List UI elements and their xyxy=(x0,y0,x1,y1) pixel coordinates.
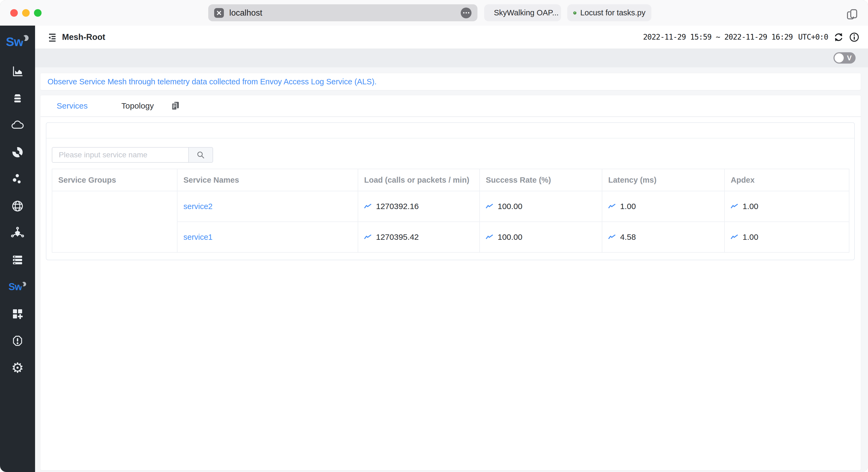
tab-overview-button[interactable] xyxy=(845,7,859,22)
sidebar-item-general-service[interactable] xyxy=(0,85,35,112)
sidebar-item-aws[interactable] xyxy=(0,166,35,193)
trend-icon xyxy=(486,234,493,240)
copy-tab-button[interactable] xyxy=(169,100,181,111)
latency-value: 1.00 xyxy=(620,202,636,211)
bookmark-label: Locust for tasks.py xyxy=(580,8,646,17)
sidebar-item-browser[interactable] xyxy=(0,193,35,220)
tab-bar: Services Topology xyxy=(40,95,861,117)
skywalking-logo[interactable]: Sw xyxy=(6,26,29,58)
success-rate-value: 100.00 xyxy=(498,233,523,242)
col-apdex: Apdex xyxy=(724,169,849,191)
services-panel-header xyxy=(46,123,854,138)
cloud-icon xyxy=(11,119,24,132)
database-layers-icon xyxy=(11,92,24,104)
load-value: 1270392.16 xyxy=(376,202,419,211)
server-list-icon xyxy=(11,254,24,266)
table-row: service2 1270392.16 100.00 1.00 1.00 xyxy=(52,191,849,222)
locust-icon xyxy=(573,7,577,18)
bar-chart-icon xyxy=(11,65,24,77)
col-success-rate: Success Rate (%) xyxy=(479,169,602,191)
trend-icon xyxy=(364,234,372,240)
time-range[interactable]: 2022-11-29 15:59 ~ 2022-11-29 16:29 xyxy=(643,33,793,41)
col-service-names: Service Names xyxy=(177,169,358,191)
browser-window: localhost SkyWalking OAP... Locust for t… xyxy=(0,0,868,472)
mesh-cube-icon xyxy=(11,226,24,240)
trend-icon xyxy=(731,234,738,240)
info-icon xyxy=(849,32,859,42)
dashboard-add-icon xyxy=(11,308,24,320)
menu-collapse-icon xyxy=(47,32,57,42)
apdex-value: 1.00 xyxy=(743,233,758,242)
site-badge-icon xyxy=(214,8,224,18)
bookmark-locust[interactable]: Locust for tasks.py xyxy=(567,4,651,21)
trend-icon xyxy=(608,203,616,209)
col-service-groups: Service Groups xyxy=(52,169,177,191)
search-icon xyxy=(196,150,205,159)
globe-icon xyxy=(11,200,24,212)
trend-icon xyxy=(608,234,616,240)
url-text: localhost xyxy=(229,8,461,18)
table-header-row: Service Groups Service Names Load (calls… xyxy=(52,169,849,191)
trend-icon xyxy=(364,203,372,209)
sidebar-item-settings[interactable]: ⚙ xyxy=(0,354,35,381)
service-link[interactable]: service1 xyxy=(183,233,213,241)
latency-value: 4.58 xyxy=(620,233,636,242)
page-header: Mesh-Root 2022-11-29 15:59 ~ 2022-11-29 … xyxy=(35,26,868,48)
copy-document-icon xyxy=(169,100,181,111)
service-link[interactable]: service2 xyxy=(183,202,213,211)
services-panel: Service Groups Service Names Load (calls… xyxy=(46,122,855,260)
version-toggle[interactable]: V xyxy=(834,52,856,64)
sidebar-item-infrastructure[interactable] xyxy=(0,139,35,166)
alert-hexagon-icon xyxy=(11,334,24,347)
window-controls xyxy=(10,9,41,17)
toggle-label: V xyxy=(847,54,851,62)
col-load: Load (calls or packets / min) xyxy=(358,169,479,191)
mesh-panel: Services Topology xyxy=(40,95,861,470)
donut-chart-icon xyxy=(11,146,24,159)
sidebar-item-alerting[interactable] xyxy=(0,327,35,354)
toggle-knob xyxy=(835,53,844,63)
copy-tabs-icon xyxy=(845,7,859,21)
service-search-input[interactable] xyxy=(52,147,188,163)
trend-icon xyxy=(731,203,738,209)
notice-banner: Observe Service Mesh through telemetry d… xyxy=(40,73,861,90)
close-window-button[interactable] xyxy=(10,9,18,17)
tab-services[interactable]: Services xyxy=(57,101,88,110)
content-area: Observe Service Mesh through telemetry d… xyxy=(35,67,868,472)
browser-chrome: localhost SkyWalking OAP... Locust for t… xyxy=(0,0,868,26)
col-latency: Latency (ms) xyxy=(602,169,724,191)
dashboard-toolbar: V xyxy=(35,48,868,67)
service-search xyxy=(52,147,849,163)
page-title: Mesh-Root xyxy=(62,32,105,42)
info-button[interactable] xyxy=(849,32,859,42)
sidebar-item-marketplace[interactable] xyxy=(0,58,35,85)
bookmark-label: SkyWalking OAP... xyxy=(494,8,559,17)
services-table: Service Groups Service Names Load (calls… xyxy=(52,169,849,253)
search-button[interactable] xyxy=(188,147,213,163)
minimize-window-button[interactable] xyxy=(22,9,30,17)
notice-text: Observe Service Mesh through telemetry d… xyxy=(48,77,376,86)
tab-topology[interactable]: Topology xyxy=(121,101,154,110)
sidebar-item-skywalking[interactable]: Sw xyxy=(0,273,35,300)
service-group-cell xyxy=(52,191,177,252)
bookmark-skywalking-oap[interactable]: SkyWalking OAP... xyxy=(484,4,561,21)
sidebar-item-self-observability[interactable] xyxy=(0,246,35,273)
sidebar-item-dashboards[interactable] xyxy=(0,300,35,327)
address-bar[interactable]: localhost xyxy=(208,4,477,21)
zoom-window-button[interactable] xyxy=(34,9,41,17)
load-value: 1270395.42 xyxy=(376,233,419,242)
apdex-value: 1.00 xyxy=(743,202,758,211)
refresh-button[interactable] xyxy=(834,32,844,42)
more-options-icon[interactable] xyxy=(461,7,471,18)
gear-icon: ⚙ xyxy=(11,361,24,375)
timezone: UTC+0:0 xyxy=(798,33,828,41)
sidebar-item-service-mesh[interactable] xyxy=(0,220,35,246)
trend-icon xyxy=(486,203,493,209)
sidebar: Sw xyxy=(0,26,35,472)
success-rate-value: 100.00 xyxy=(498,202,523,211)
collapse-menu-button[interactable] xyxy=(47,32,57,42)
sidebar-item-kubernetes[interactable] xyxy=(0,112,35,139)
scatter-dots-icon xyxy=(11,173,24,186)
refresh-icon xyxy=(834,32,844,42)
